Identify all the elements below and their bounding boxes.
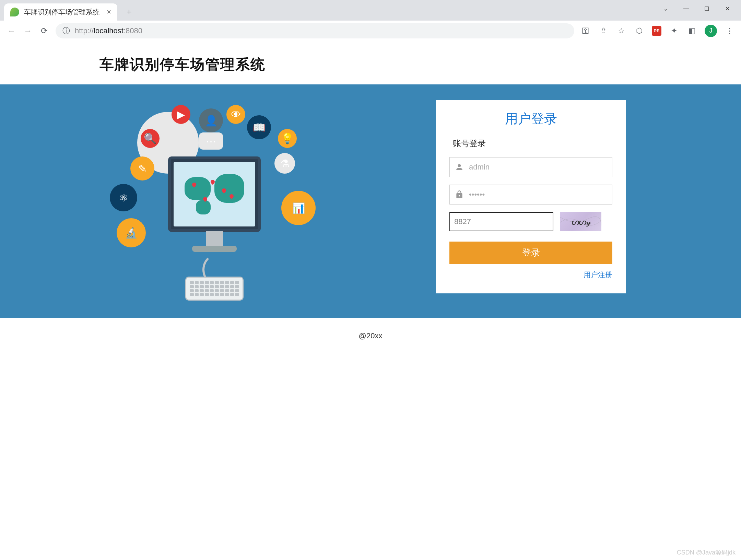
search-icon: 🔍 — [141, 129, 160, 148]
page-title: 车牌识别停车场管理系统 — [99, 55, 741, 74]
watermark: CSDN @Java源码jdk — [677, 548, 736, 557]
book-icon: 📖 — [247, 115, 271, 139]
url-input[interactable]: ⓘ http://localhost:8080 — [56, 23, 574, 38]
lock-icon — [455, 190, 464, 199]
nav-reload-icon[interactable]: ⟳ — [39, 26, 49, 36]
password-input[interactable] — [449, 185, 612, 205]
flask-icon: ⚗ — [274, 153, 295, 174]
keyboard-illustration — [185, 277, 244, 301]
site-info-icon[interactable]: ⓘ — [62, 26, 70, 36]
nav-forward-icon[interactable]: → — [23, 26, 33, 36]
microscope-icon: 🔬 — [117, 218, 146, 247]
new-tab-button[interactable]: + — [121, 4, 137, 19]
tab-title: 车牌识别停车场管理系统 — [24, 8, 99, 17]
login-title: 用户登录 — [449, 110, 612, 128]
extension-hexagon-icon[interactable]: ⬡ — [634, 26, 644, 36]
footer-text: @20xx — [0, 318, 741, 354]
window-close-icon[interactable]: ✕ — [724, 5, 731, 12]
url-text: http://localhost:8080 — [75, 26, 142, 35]
login-card: 用户登录 账号登录 ᔕᔕ𝓎 — [436, 100, 626, 293]
window-dropdown-icon[interactable]: ⌄ — [662, 5, 669, 12]
bookmark-icon[interactable]: ☆ — [616, 26, 626, 36]
user-icon — [455, 163, 464, 172]
username-input[interactable] — [449, 157, 612, 177]
tab-favicon-icon — [10, 8, 19, 16]
side-panel-icon[interactable]: ◧ — [687, 26, 697, 36]
share-icon[interactable]: ⇪ — [598, 26, 609, 36]
tab-close-icon[interactable]: × — [107, 8, 111, 16]
captcha-image[interactable]: ᔕᔕ𝓎 — [560, 212, 601, 231]
puzzle-icon[interactable]: ✦ — [669, 26, 679, 36]
hero-section: ⚛ ✎ 🔍 ▶ 👤 👁 📖 💡 ⚗ 📊 🔬 ⋯ — [0, 84, 741, 318]
window-minimize-icon[interactable]: — — [683, 5, 690, 12]
tab-bar: 车牌识别停车场管理系统 × + — [0, 0, 741, 21]
extension-pe-icon[interactable]: PE — [652, 26, 661, 36]
atom-icon: ⚛ — [110, 184, 137, 211]
key-icon[interactable]: ⚿ — [580, 26, 591, 36]
eye-icon: 👁 — [226, 105, 245, 124]
browser-tab[interactable]: 车牌识别停车场管理系统 × — [4, 3, 117, 21]
captcha-input[interactable] — [449, 212, 553, 231]
login-button[interactable]: 登录 — [449, 242, 612, 264]
login-subtitle: 账号登录 — [449, 138, 612, 149]
speech-icon: ⋯ — [199, 132, 223, 150]
chart-icon: 📊 — [281, 191, 316, 225]
hero-illustration: ⚛ ✎ 🔍 ▶ 👤 👁 📖 💡 ⚗ 📊 🔬 ⋯ — [103, 95, 326, 307]
monitor-illustration — [168, 156, 261, 232]
address-bar: ← → ⟳ ⓘ http://localhost:8080 ⚿ ⇪ ☆ ⬡ PE… — [0, 21, 741, 41]
profile-avatar[interactable]: J — [705, 25, 717, 37]
menu-kebab-icon[interactable]: ⋮ — [725, 26, 735, 36]
person-icon: 👤 — [199, 108, 223, 132]
nav-back-icon[interactable]: ← — [6, 26, 16, 36]
play-icon: ▶ — [172, 105, 190, 124]
register-link[interactable]: 用户注册 — [584, 271, 612, 279]
pencil-icon: ✎ — [130, 156, 154, 180]
window-maximize-icon[interactable]: ☐ — [703, 5, 710, 12]
bulb-icon: 💡 — [278, 129, 297, 148]
